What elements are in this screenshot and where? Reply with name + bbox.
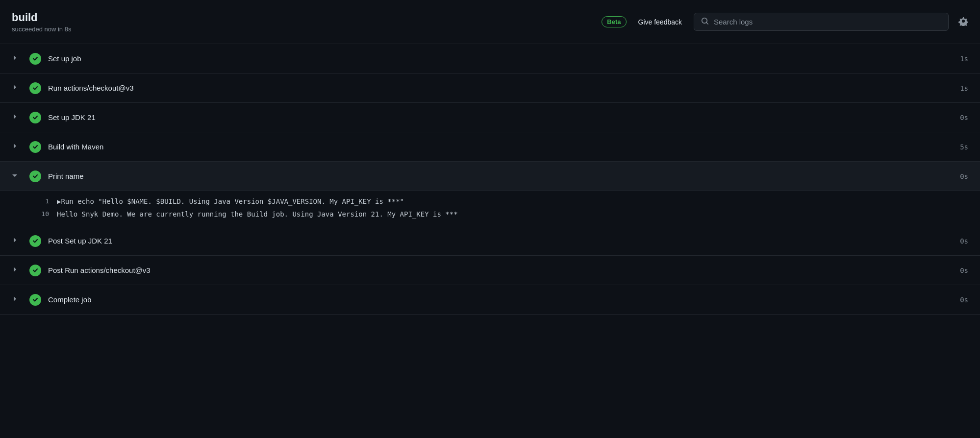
log-line: 10Hello Snyk Demo. We are currently runn… (0, 209, 980, 221)
step-row-run-actions-checkout[interactable]: Run actions/checkout@v31s (0, 73, 980, 103)
step-row-post-run-actions-checkout[interactable]: Post Run actions/checkout@v30s (0, 256, 980, 285)
step-name-complete-job: Complete job (48, 295, 960, 304)
chevron-right-icon (12, 296, 22, 303)
log-line-number: 10 (34, 210, 49, 218)
success-icon (29, 82, 41, 94)
step-duration-post-run-actions-checkout: 0s (960, 267, 968, 274)
step-row-post-set-up-jdk[interactable]: Post Set up JDK 210s (0, 226, 980, 256)
step-duration-print-name: 0s (960, 172, 968, 180)
step-duration-run-actions-checkout: 1s (960, 84, 968, 92)
beta-badge: Beta (602, 16, 626, 27)
chevron-right-icon (12, 114, 22, 121)
step-row-set-up-job[interactable]: Set up job1s (0, 44, 980, 73)
step-name-set-up-jdk: Set up JDK 21 (48, 113, 960, 122)
step-duration-build-with-maven: 5s (960, 143, 968, 151)
chevron-right-icon (12, 267, 22, 274)
step-duration-complete-job: 0s (960, 296, 968, 304)
header-right: Beta Give feedback (602, 13, 968, 31)
step-row-print-name[interactable]: Print name0s (0, 162, 980, 191)
log-line-content: ▶Run echo "Hello $NAME. $BUILD. Using Ja… (57, 197, 404, 205)
chevron-right-icon (12, 143, 22, 150)
step-name-print-name: Print name (48, 172, 960, 180)
settings-icon[interactable] (958, 16, 968, 27)
build-title: build (12, 11, 602, 25)
search-logs-input[interactable] (714, 18, 941, 26)
log-section-print-name: 1▶Run echo "Hello $NAME. $BUILD. Using J… (0, 191, 980, 226)
search-icon (701, 17, 709, 26)
step-duration-post-set-up-jdk: 0s (960, 237, 968, 245)
header: build succeeded now in 8s Beta Give feed… (0, 0, 980, 44)
log-line-content: Hello Snyk Demo. We are currently runnin… (57, 210, 458, 218)
give-feedback-button[interactable]: Give feedback (634, 16, 686, 28)
log-line-number: 1 (34, 197, 49, 205)
success-icon (29, 170, 41, 182)
success-icon (29, 53, 41, 65)
chevron-right-icon (12, 237, 22, 244)
chevron-right-icon (12, 55, 22, 62)
step-name-post-set-up-jdk: Post Set up JDK 21 (48, 237, 960, 245)
step-row-build-with-maven[interactable]: Build with Maven5s (0, 132, 980, 162)
log-line: 1▶Run echo "Hello $NAME. $BUILD. Using J… (0, 196, 980, 209)
step-row-complete-job[interactable]: Complete job0s (0, 285, 980, 315)
success-icon (29, 235, 41, 247)
success-icon (29, 294, 41, 306)
header-left: build succeeded now in 8s (12, 11, 602, 33)
step-name-set-up-job: Set up job (48, 54, 960, 63)
chevron-right-icon (12, 84, 22, 92)
build-subtitle: succeeded now in 8s (12, 25, 602, 33)
step-row-set-up-jdk[interactable]: Set up JDK 210s (0, 103, 980, 132)
search-logs-container (694, 13, 949, 31)
step-name-build-with-maven: Build with Maven (48, 143, 960, 151)
step-duration-set-up-jdk: 0s (960, 114, 968, 122)
step-duration-set-up-job: 1s (960, 55, 968, 63)
steps-list: Set up job1s Run actions/checkout@v31s S… (0, 44, 980, 315)
chevron-down-icon (12, 172, 22, 180)
step-name-run-actions-checkout: Run actions/checkout@v3 (48, 84, 960, 92)
success-icon (29, 112, 41, 123)
success-icon (29, 265, 41, 276)
success-icon (29, 141, 41, 153)
step-name-post-run-actions-checkout: Post Run actions/checkout@v3 (48, 266, 960, 274)
